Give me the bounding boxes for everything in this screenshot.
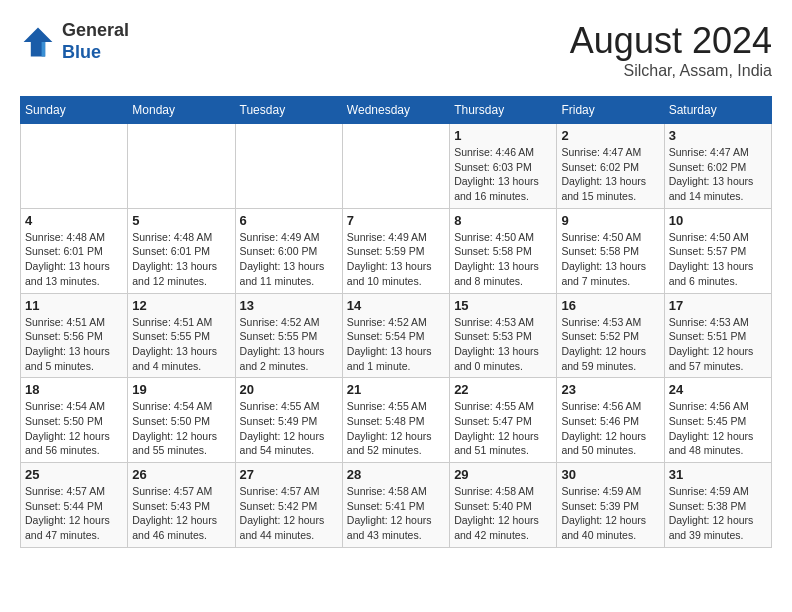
day-detail: Sunrise: 4:54 AM Sunset: 5:50 PM Dayligh…	[25, 399, 123, 458]
day-detail: Sunrise: 4:48 AM Sunset: 6:01 PM Dayligh…	[132, 230, 230, 289]
day-number: 4	[25, 213, 123, 228]
day-detail: Sunrise: 4:49 AM Sunset: 5:59 PM Dayligh…	[347, 230, 445, 289]
day-number: 9	[561, 213, 659, 228]
day-number: 1	[454, 128, 552, 143]
calendar-cell: 3Sunrise: 4:47 AM Sunset: 6:02 PM Daylig…	[664, 124, 771, 209]
svg-marker-0	[24, 27, 53, 56]
week-row-4: 18Sunrise: 4:54 AM Sunset: 5:50 PM Dayli…	[21, 378, 772, 463]
day-number: 14	[347, 298, 445, 313]
day-number: 26	[132, 467, 230, 482]
day-detail: Sunrise: 4:49 AM Sunset: 6:00 PM Dayligh…	[240, 230, 338, 289]
title-block: August 2024 Silchar, Assam, India	[570, 20, 772, 80]
calendar-cell: 14Sunrise: 4:52 AM Sunset: 5:54 PM Dayli…	[342, 293, 449, 378]
day-detail: Sunrise: 4:46 AM Sunset: 6:03 PM Dayligh…	[454, 145, 552, 204]
day-detail: Sunrise: 4:57 AM Sunset: 5:44 PM Dayligh…	[25, 484, 123, 543]
calendar-cell: 19Sunrise: 4:54 AM Sunset: 5:50 PM Dayli…	[128, 378, 235, 463]
day-detail: Sunrise: 4:47 AM Sunset: 6:02 PM Dayligh…	[561, 145, 659, 204]
page-header: General Blue August 2024 Silchar, Assam,…	[20, 20, 772, 80]
weekday-header-thursday: Thursday	[450, 97, 557, 124]
calendar-cell: 17Sunrise: 4:53 AM Sunset: 5:51 PM Dayli…	[664, 293, 771, 378]
calendar-cell: 20Sunrise: 4:55 AM Sunset: 5:49 PM Dayli…	[235, 378, 342, 463]
calendar-cell: 18Sunrise: 4:54 AM Sunset: 5:50 PM Dayli…	[21, 378, 128, 463]
day-number: 28	[347, 467, 445, 482]
day-number: 17	[669, 298, 767, 313]
logo: General Blue	[20, 20, 129, 63]
day-detail: Sunrise: 4:56 AM Sunset: 5:45 PM Dayligh…	[669, 399, 767, 458]
day-detail: Sunrise: 4:53 AM Sunset: 5:53 PM Dayligh…	[454, 315, 552, 374]
day-number: 18	[25, 382, 123, 397]
day-detail: Sunrise: 4:58 AM Sunset: 5:41 PM Dayligh…	[347, 484, 445, 543]
calendar-cell	[21, 124, 128, 209]
calendar-cell: 24Sunrise: 4:56 AM Sunset: 5:45 PM Dayli…	[664, 378, 771, 463]
calendar-cell: 21Sunrise: 4:55 AM Sunset: 5:48 PM Dayli…	[342, 378, 449, 463]
calendar-cell: 10Sunrise: 4:50 AM Sunset: 5:57 PM Dayli…	[664, 208, 771, 293]
day-number: 29	[454, 467, 552, 482]
day-number: 20	[240, 382, 338, 397]
calendar-cell: 25Sunrise: 4:57 AM Sunset: 5:44 PM Dayli…	[21, 463, 128, 548]
calendar-cell: 6Sunrise: 4:49 AM Sunset: 6:00 PM Daylig…	[235, 208, 342, 293]
weekday-header-wednesday: Wednesday	[342, 97, 449, 124]
week-row-1: 1Sunrise: 4:46 AM Sunset: 6:03 PM Daylig…	[21, 124, 772, 209]
calendar-cell: 8Sunrise: 4:50 AM Sunset: 5:58 PM Daylig…	[450, 208, 557, 293]
calendar-cell: 4Sunrise: 4:48 AM Sunset: 6:01 PM Daylig…	[21, 208, 128, 293]
day-number: 27	[240, 467, 338, 482]
calendar-cell: 11Sunrise: 4:51 AM Sunset: 5:56 PM Dayli…	[21, 293, 128, 378]
logo-icon	[20, 24, 56, 60]
logo-text: General Blue	[62, 20, 129, 63]
calendar-cell: 12Sunrise: 4:51 AM Sunset: 5:55 PM Dayli…	[128, 293, 235, 378]
day-number: 12	[132, 298, 230, 313]
day-number: 5	[132, 213, 230, 228]
weekday-header-row: SundayMondayTuesdayWednesdayThursdayFrid…	[21, 97, 772, 124]
day-detail: Sunrise: 4:53 AM Sunset: 5:52 PM Dayligh…	[561, 315, 659, 374]
day-detail: Sunrise: 4:57 AM Sunset: 5:43 PM Dayligh…	[132, 484, 230, 543]
day-detail: Sunrise: 4:58 AM Sunset: 5:40 PM Dayligh…	[454, 484, 552, 543]
day-detail: Sunrise: 4:55 AM Sunset: 5:48 PM Dayligh…	[347, 399, 445, 458]
day-detail: Sunrise: 4:51 AM Sunset: 5:55 PM Dayligh…	[132, 315, 230, 374]
day-detail: Sunrise: 4:51 AM Sunset: 5:56 PM Dayligh…	[25, 315, 123, 374]
day-detail: Sunrise: 4:56 AM Sunset: 5:46 PM Dayligh…	[561, 399, 659, 458]
day-detail: Sunrise: 4:59 AM Sunset: 5:39 PM Dayligh…	[561, 484, 659, 543]
calendar-cell: 30Sunrise: 4:59 AM Sunset: 5:39 PM Dayli…	[557, 463, 664, 548]
day-number: 19	[132, 382, 230, 397]
week-row-5: 25Sunrise: 4:57 AM Sunset: 5:44 PM Dayli…	[21, 463, 772, 548]
calendar-title: August 2024	[570, 20, 772, 62]
day-number: 15	[454, 298, 552, 313]
calendar-cell	[128, 124, 235, 209]
day-number: 7	[347, 213, 445, 228]
day-detail: Sunrise: 4:57 AM Sunset: 5:42 PM Dayligh…	[240, 484, 338, 543]
calendar-cell: 2Sunrise: 4:47 AM Sunset: 6:02 PM Daylig…	[557, 124, 664, 209]
calendar-cell	[235, 124, 342, 209]
weekday-header-monday: Monday	[128, 97, 235, 124]
day-number: 8	[454, 213, 552, 228]
week-row-2: 4Sunrise: 4:48 AM Sunset: 6:01 PM Daylig…	[21, 208, 772, 293]
day-number: 13	[240, 298, 338, 313]
day-number: 6	[240, 213, 338, 228]
day-number: 30	[561, 467, 659, 482]
day-number: 25	[25, 467, 123, 482]
calendar-cell: 31Sunrise: 4:59 AM Sunset: 5:38 PM Dayli…	[664, 463, 771, 548]
day-number: 22	[454, 382, 552, 397]
calendar-cell: 5Sunrise: 4:48 AM Sunset: 6:01 PM Daylig…	[128, 208, 235, 293]
day-detail: Sunrise: 4:47 AM Sunset: 6:02 PM Dayligh…	[669, 145, 767, 204]
day-number: 3	[669, 128, 767, 143]
calendar-cell: 22Sunrise: 4:55 AM Sunset: 5:47 PM Dayli…	[450, 378, 557, 463]
day-detail: Sunrise: 4:53 AM Sunset: 5:51 PM Dayligh…	[669, 315, 767, 374]
weekday-header-tuesday: Tuesday	[235, 97, 342, 124]
calendar-subtitle: Silchar, Assam, India	[570, 62, 772, 80]
weekday-header-sunday: Sunday	[21, 97, 128, 124]
calendar-cell: 7Sunrise: 4:49 AM Sunset: 5:59 PM Daylig…	[342, 208, 449, 293]
day-detail: Sunrise: 4:54 AM Sunset: 5:50 PM Dayligh…	[132, 399, 230, 458]
calendar-cell: 1Sunrise: 4:46 AM Sunset: 6:03 PM Daylig…	[450, 124, 557, 209]
day-detail: Sunrise: 4:50 AM Sunset: 5:58 PM Dayligh…	[454, 230, 552, 289]
day-number: 16	[561, 298, 659, 313]
day-number: 24	[669, 382, 767, 397]
day-detail: Sunrise: 4:52 AM Sunset: 5:54 PM Dayligh…	[347, 315, 445, 374]
weekday-header-saturday: Saturday	[664, 97, 771, 124]
calendar-cell: 15Sunrise: 4:53 AM Sunset: 5:53 PM Dayli…	[450, 293, 557, 378]
day-detail: Sunrise: 4:59 AM Sunset: 5:38 PM Dayligh…	[669, 484, 767, 543]
day-number: 10	[669, 213, 767, 228]
day-number: 31	[669, 467, 767, 482]
calendar-cell: 23Sunrise: 4:56 AM Sunset: 5:46 PM Dayli…	[557, 378, 664, 463]
day-detail: Sunrise: 4:52 AM Sunset: 5:55 PM Dayligh…	[240, 315, 338, 374]
day-detail: Sunrise: 4:55 AM Sunset: 5:47 PM Dayligh…	[454, 399, 552, 458]
